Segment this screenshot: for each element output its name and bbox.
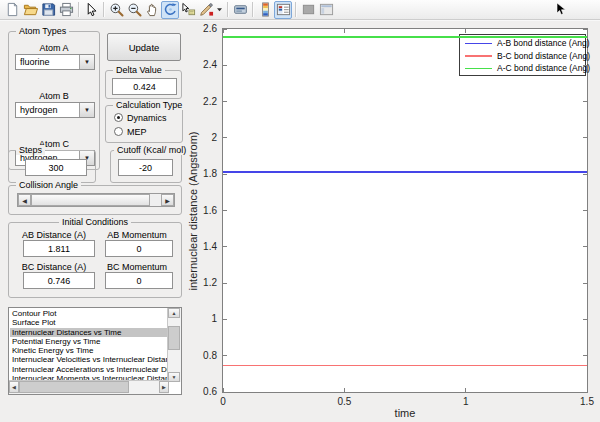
data-cursor-icon[interactable]	[179, 1, 197, 19]
plot-line	[223, 171, 587, 173]
y-tick-label: 2.6	[187, 23, 217, 34]
legend-entry: B-C bond distance (Ang)	[460, 50, 585, 63]
y-tick	[583, 137, 587, 138]
update-button[interactable]: Update	[107, 33, 181, 61]
bc-distance-field[interactable]	[23, 272, 95, 289]
list-item[interactable]: Internuclear Accelerations vs Internucle…	[10, 365, 168, 374]
atom-b-label: Atom B	[9, 91, 99, 101]
cutoff-group: Cutoff (Kcal/ mol)	[110, 150, 182, 183]
atom-a-label: Atom A	[9, 43, 99, 53]
collision-angle-slider[interactable]: ◀ ▶	[17, 193, 175, 207]
scroll-up-icon[interactable]: ▲	[168, 308, 180, 318]
atom-b-select[interactable]: hydrogen ▼	[15, 102, 95, 118]
atom-a-select[interactable]: fluorine ▼	[15, 54, 95, 70]
x-tick	[223, 29, 224, 33]
y-tick-label: 2.4	[187, 59, 217, 70]
slider-right-arrow[interactable]: ▶	[161, 194, 174, 206]
bc-momentum-field[interactable]	[105, 272, 173, 289]
list-item[interactable]: Potential Energy vs Time	[10, 337, 168, 346]
y-tick	[583, 101, 587, 102]
chevron-down-icon: ▼	[79, 103, 94, 117]
print-icon[interactable]	[57, 1, 75, 19]
toolbar-separator	[78, 2, 79, 17]
y-tick	[223, 210, 227, 211]
insert-colorbar-icon[interactable]	[256, 1, 274, 19]
y-tick	[583, 355, 587, 356]
steps-group: Steps	[8, 150, 96, 183]
initial-conditions-group: Initial Conditions AB Distance (A) AB Mo…	[8, 222, 182, 298]
pointer-icon[interactable]	[82, 1, 100, 19]
brush-icon[interactable]	[197, 1, 215, 19]
cutoff-field[interactable]	[118, 159, 173, 176]
legend-entry: A-C bond distance (Ang)	[460, 62, 585, 75]
y-tick	[223, 174, 227, 175]
y-tick	[223, 101, 227, 102]
zoom-out-icon[interactable]	[125, 1, 143, 19]
link-plot-icon[interactable]	[231, 1, 249, 19]
save-icon[interactable]	[39, 1, 57, 19]
x-tick-label: 1	[451, 396, 481, 407]
open-folder-icon[interactable]	[21, 1, 39, 19]
scroll-down-icon[interactable]: ▼	[168, 372, 180, 382]
y-tick	[583, 174, 587, 175]
scroll-right-icon[interactable]: ▶	[159, 381, 169, 393]
radio-dynamics[interactable]: Dynamics	[114, 112, 167, 123]
y-tick-label: 1.8	[187, 168, 217, 179]
hide-plot-tools-icon[interactable]	[299, 1, 317, 19]
vertical-scrollbar[interactable]: ▲ ▼	[167, 308, 181, 382]
collision-angle-group: Collision Angle ◀ ▶	[8, 185, 182, 215]
pan-icon[interactable]	[143, 1, 161, 19]
legend-label: B-C bond distance (Ang)	[497, 51, 590, 61]
atom-a-value: fluorine	[16, 57, 79, 67]
list-item[interactable]: Internuclear Velocities vs Internuclear …	[10, 355, 168, 364]
list-item[interactable]: Contour Plot	[10, 309, 168, 318]
new-document-icon[interactable]	[3, 1, 21, 19]
atom-b-value: hydrogen	[16, 105, 79, 115]
list-item[interactable]: Kinetic Energy vs Time	[10, 346, 168, 355]
brush-dropdown-icon[interactable]	[215, 1, 224, 19]
radio-mep[interactable]: MEP	[114, 126, 147, 137]
atom-types-title: Atom Types	[16, 26, 69, 36]
ab-distance-field[interactable]	[23, 240, 95, 257]
x-tick	[344, 29, 345, 33]
y-tick	[583, 283, 587, 284]
x-tick	[587, 388, 588, 392]
radio-button-icon	[114, 127, 123, 136]
horizontal-scroll-thumb[interactable]	[19, 381, 129, 393]
x-tick-label: 1.5	[572, 396, 600, 407]
rotate-3d-icon[interactable]	[161, 1, 179, 19]
list-item[interactable]: Internuclear Distances vs Time	[10, 328, 168, 337]
x-tick	[587, 29, 588, 33]
y-tick-label: 2	[187, 132, 217, 143]
list-item[interactable]: Surface Plot	[10, 318, 168, 327]
x-tick-label: 0	[208, 396, 238, 407]
show-plot-tools-icon[interactable]	[317, 1, 335, 19]
x-tick	[344, 388, 345, 392]
ab-distance-label: AB Distance (A)	[9, 230, 99, 240]
legend-line-sample	[465, 55, 492, 57]
toolbar-separator	[103, 2, 104, 17]
y-tick	[223, 392, 227, 393]
y-tick	[583, 65, 587, 66]
mouse-cursor-icon	[556, 2, 568, 16]
steps-field[interactable]	[25, 159, 87, 176]
radio-button-icon	[114, 113, 123, 122]
slider-thumb[interactable]	[31, 194, 150, 206]
slider-left-arrow[interactable]: ◀	[18, 194, 31, 206]
chevron-down-icon: ▼	[79, 55, 94, 69]
toolbar-separator	[295, 2, 296, 17]
legend-entry: A-B bond distance (Ang)	[460, 37, 585, 50]
delta-value-field[interactable]	[112, 78, 177, 95]
zoom-in-icon[interactable]	[107, 1, 125, 19]
ab-momentum-field[interactable]	[105, 240, 173, 257]
plot-line	[223, 36, 587, 38]
steps-title: Steps	[16, 145, 45, 155]
horizontal-scrollbar[interactable]: ◀ ▶	[9, 380, 169, 394]
plot-type-listbox[interactable]: Contour PlotSurface PlotInternuclear Dis…	[8, 307, 182, 395]
collision-angle-title: Collision Angle	[16, 180, 81, 190]
vertical-scroll-thumb[interactable]	[168, 326, 180, 350]
scroll-left-icon[interactable]: ◀	[9, 381, 19, 393]
figure-toolbar	[0, 0, 600, 20]
y-tick-label: 1.6	[187, 205, 217, 216]
insert-legend-icon[interactable]	[274, 1, 292, 19]
